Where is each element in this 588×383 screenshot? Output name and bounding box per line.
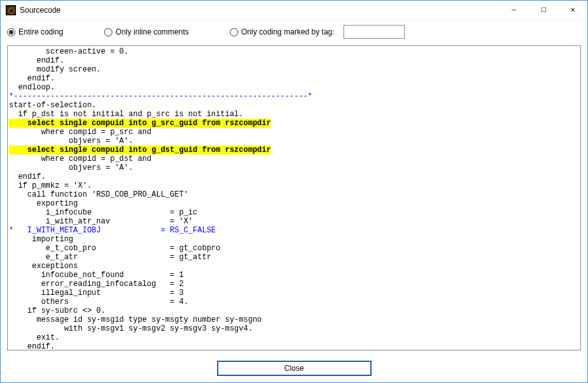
- close-button[interactable]: Close: [217, 361, 372, 376]
- close-button-label: Close: [284, 364, 304, 373]
- minimize-button[interactable]: ─: [499, 1, 529, 20]
- radio-label: Only inline comments: [116, 27, 189, 36]
- maximize-button[interactable]: ☐: [529, 1, 558, 20]
- code-viewer: screen-active = 0. endif. modify screen.…: [7, 45, 581, 350]
- footer: Close: [1, 356, 587, 382]
- code-scroll-area[interactable]: screen-active = 0. endif. modify screen.…: [8, 46, 580, 350]
- radio-only-tag[interactable]: Only coding marked by tag:: [230, 27, 335, 36]
- radio-only-inline[interactable]: Only inline comments: [104, 27, 189, 36]
- window-title: Sourcecode: [20, 6, 499, 15]
- radio-icon: [7, 28, 15, 36]
- radio-icon: [104, 28, 112, 36]
- app-icon: [6, 5, 16, 15]
- radio-entire-coding[interactable]: Entire coding: [7, 27, 63, 36]
- titlebar: Sourcecode ─ ☐ ✕: [1, 1, 587, 20]
- radio-label: Only coding marked by tag:: [241, 27, 335, 36]
- radio-icon: [230, 28, 238, 36]
- source-code: screen-active = 0. endif. modify screen.…: [9, 47, 578, 350]
- tag-input[interactable]: [343, 25, 405, 39]
- filter-radio-group: Entire coding Only inline comments Only …: [1, 20, 587, 45]
- window-close-button[interactable]: ✕: [558, 1, 587, 20]
- highlighted-line: select single compuid into g_dst_guid fr…: [9, 146, 271, 154]
- radio-label: Entire coding: [19, 27, 63, 36]
- highlighted-line: select single compuid into g_src_guid fr…: [9, 119, 271, 128]
